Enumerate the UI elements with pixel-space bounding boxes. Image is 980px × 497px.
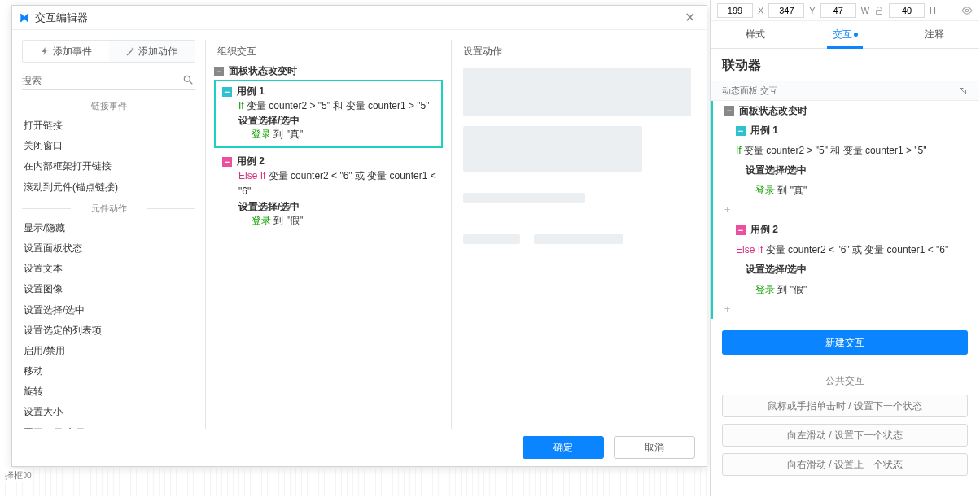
dialog-right-column: 设置动作 xyxy=(452,40,707,429)
action-rotate[interactable]: 旋转 xyxy=(22,381,195,402)
interaction-editor-dialog: 交互编辑器 ✕ 添加事件 添加动作 链接事件 打开链接 xyxy=(11,5,707,467)
selection-label: 择框 xyxy=(3,469,24,482)
preset-item[interactable]: 向左滑动 / 设置下一个状态 xyxy=(722,424,968,447)
x-input[interactable] xyxy=(717,3,753,18)
side-case-2-cond[interactable]: Else If 变量 counter2 < "6" 或 变量 counter1 … xyxy=(713,240,979,259)
side-case-1-step[interactable]: 设置选择/选中 xyxy=(713,160,979,180)
side-case-1-action[interactable]: 登录 到 "真" xyxy=(713,181,979,200)
case-2-step[interactable]: 设置选择/选中 xyxy=(238,200,436,214)
action-open-link[interactable]: 打开链接 xyxy=(22,116,195,136)
tab-add-action[interactable]: 添加动作 xyxy=(109,41,195,62)
inspector-tabs: 样式 交互 注释 xyxy=(711,21,979,49)
collapse-icon[interactable]: − xyxy=(222,157,232,167)
case-1-action[interactable]: 登录 到 "真" xyxy=(252,128,435,142)
public-interactions-title: 公共交互 xyxy=(711,374,979,388)
interaction-tree: − 面板状态改变时 − 用例 1 If 变量 counter2 > "5" 和 … xyxy=(711,101,979,319)
y-label: Y xyxy=(809,6,815,15)
add-action-icon[interactable]: + xyxy=(713,299,979,319)
middle-column: 组织交互 − 面板状态改变时 − 用例 1 If 变量 counter2 > "… xyxy=(206,40,452,429)
case-1-condition[interactable]: If 变量 counter2 > "5" 和 变量 counter1 > "5" xyxy=(238,98,435,114)
case-1-title: 用例 1 xyxy=(237,85,265,98)
action-set-text[interactable]: 设置文本 xyxy=(22,259,195,279)
case-1[interactable]: − 用例 1 If 变量 counter2 > "5" 和 变量 counter… xyxy=(214,80,443,148)
event-name: 面板状态改变时 xyxy=(229,64,297,78)
x-label: X xyxy=(758,6,763,15)
group-links-label: 链接事件 xyxy=(22,100,195,112)
action-close-window[interactable]: 关闭窗口 xyxy=(22,136,195,156)
properties-row: X Y W H xyxy=(711,0,979,21)
close-icon[interactable]: ✕ xyxy=(680,8,700,27)
tab-add-event[interactable]: 添加事件 xyxy=(23,41,109,62)
action-set-list-item[interactable]: 设置选定的列表项 xyxy=(22,320,195,341)
dialog-titlebar: 交互编辑器 ✕ xyxy=(12,6,707,30)
collapse-icon[interactable]: − xyxy=(736,126,746,136)
case-1-step[interactable]: 设置选择/选中 xyxy=(238,114,435,128)
placeholder-line xyxy=(534,234,623,244)
tab-add-action-label: 添加动作 xyxy=(138,45,177,59)
action-set-image[interactable]: 设置图像 xyxy=(22,279,195,299)
svg-point-0 xyxy=(184,76,190,81)
wand-icon xyxy=(125,46,135,56)
action-set-size[interactable]: 设置大小 xyxy=(22,402,195,422)
action-show-hide[interactable]: 显示/隐藏 xyxy=(22,218,195,238)
side-event-header[interactable]: − 面板状态改变时 xyxy=(713,101,979,120)
app-logo-icon xyxy=(19,12,30,24)
preset-item[interactable]: 向右滑动 / 设置上一个状态 xyxy=(722,453,968,476)
tab-notes[interactable]: 注释 xyxy=(890,28,979,48)
add-action-icon[interactable]: + xyxy=(713,200,979,220)
right-header: 设置动作 xyxy=(452,40,707,63)
w-label: W xyxy=(861,6,869,15)
placeholder-line xyxy=(463,234,520,244)
search-icon[interactable] xyxy=(182,74,194,85)
canvas-ruler: 500 xyxy=(0,469,710,496)
placeholder-block xyxy=(463,68,691,116)
mid-header: 组织交互 xyxy=(206,40,451,63)
side-case-2[interactable]: − 用例 2 xyxy=(713,220,979,239)
action-open-in-frame[interactable]: 在内部框架打开链接 xyxy=(22,156,195,177)
collapse-icon[interactable]: − xyxy=(222,87,232,97)
preset-list: 鼠标或手指单击时 / 设置下一个状态 向左滑动 / 设置下一个状态 向右滑动 /… xyxy=(711,395,979,476)
h-label: H xyxy=(930,6,936,15)
collapse-icon[interactable]: − xyxy=(736,225,746,235)
action-enable[interactable]: 启用/禁用 xyxy=(22,341,195,361)
h-input[interactable] xyxy=(889,3,925,18)
side-case-2-action[interactable]: 登录 到 "假" xyxy=(713,280,979,299)
side-case-1-cond[interactable]: If 变量 counter2 > "5" 和 变量 counter1 > "5" xyxy=(713,141,979,160)
ok-button[interactable]: 确定 xyxy=(523,436,604,459)
section-header[interactable]: 动态面板 交互 xyxy=(711,81,979,101)
action-set-panel[interactable]: 设置面板状态 xyxy=(22,238,195,259)
left-column: 添加事件 添加动作 链接事件 打开链接 关闭窗口 在内部框架打开链接 滚动到元件… xyxy=(12,40,206,429)
indicator-dot-icon xyxy=(854,33,858,37)
popout-icon[interactable] xyxy=(958,86,968,96)
collapse-icon[interactable]: − xyxy=(214,67,224,76)
side-case-2-step[interactable]: 设置选择/选中 xyxy=(713,259,979,279)
action-set-selected[interactable]: 设置选择/选中 xyxy=(22,300,195,320)
case-2-action[interactable]: 登录 到 "假" xyxy=(252,214,436,228)
side-case-1[interactable]: − 用例 1 xyxy=(713,120,979,140)
collapse-icon[interactable]: − xyxy=(724,106,734,116)
lock-icon[interactable] xyxy=(874,6,884,15)
tab-style[interactable]: 样式 xyxy=(711,28,800,48)
svg-point-2 xyxy=(965,9,969,12)
widget-name[interactable]: 联动器 xyxy=(711,49,979,81)
case-2[interactable]: − 用例 2 Else If 变量 counter2 < "6" 或 变量 co… xyxy=(214,151,443,232)
y-input[interactable] xyxy=(768,3,804,18)
new-interaction-button[interactable]: 新建交互 xyxy=(722,330,968,355)
tab-interactions[interactable]: 交互 xyxy=(800,28,890,48)
action-front-back[interactable]: 置于顶层/底层 xyxy=(22,423,195,429)
search-input[interactable] xyxy=(22,71,195,90)
action-move[interactable]: 移动 xyxy=(22,361,195,381)
action-list: 链接事件 打开链接 关闭窗口 在内部框架打开链接 滚动到元件(锚点链接) 元件动… xyxy=(22,95,195,429)
lightning-icon xyxy=(40,46,50,56)
case-2-condition[interactable]: Else If 变量 counter2 < "6" 或 变量 counter1 … xyxy=(238,168,436,199)
w-input[interactable] xyxy=(820,3,856,18)
search-row xyxy=(22,71,195,90)
visibility-icon[interactable] xyxy=(961,5,973,16)
preset-item[interactable]: 鼠标或手指单击时 / 设置下一个状态 xyxy=(722,395,968,417)
tab-add-event-label: 添加事件 xyxy=(53,45,92,59)
event-header[interactable]: − 面板状态改变时 xyxy=(209,63,448,80)
cancel-button[interactable]: 取消 xyxy=(614,436,695,459)
placeholder-line xyxy=(463,193,585,203)
group-widget-label: 元件动作 xyxy=(22,203,195,215)
action-scroll-to[interactable]: 滚动到元件(锚点链接) xyxy=(22,177,195,198)
